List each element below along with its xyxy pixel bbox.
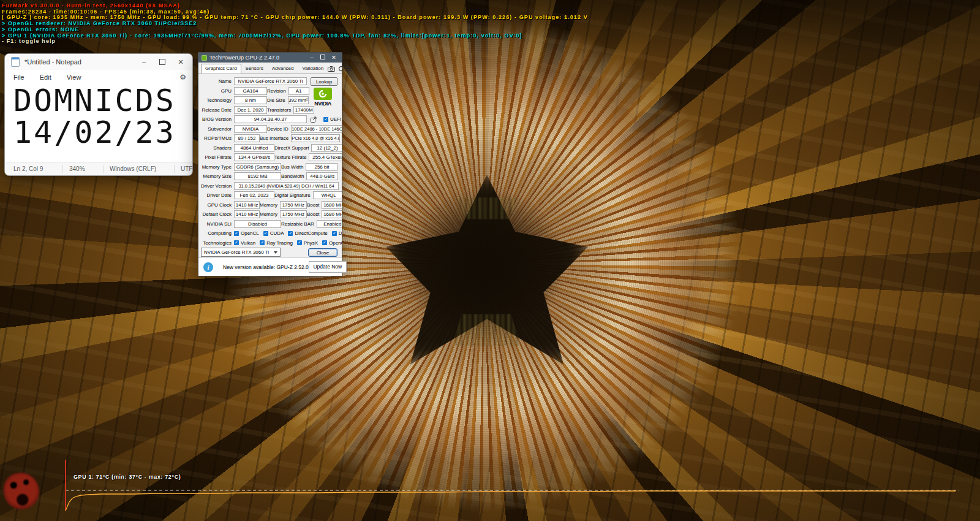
pixel-fillrate-field[interactable]: 134.4 GPixel/s	[234, 153, 274, 161]
gpuz-mid: Digital Signature	[274, 192, 313, 198]
notepad-menu-bar: File Edit View ⚙	[5, 70, 192, 85]
notepad-window-title: *Untitled - Notepad	[24, 58, 135, 66]
notepad-close-button[interactable]: ✕	[172, 55, 190, 69]
physx-checkbox[interactable]: ✓PhysX	[297, 240, 318, 246]
update-now-button[interactable]: Update Now	[309, 261, 347, 273]
gpuz-mid: Bus Width	[281, 164, 306, 170]
menu-edit[interactable]: Edit	[37, 72, 54, 82]
directml-checkbox[interactable]: ✓DirectML	[332, 230, 342, 236]
directcompute-checkbox[interactable]: ✓DirectCompute	[288, 230, 327, 236]
gpuz-update-bar: i New version available: GPU-Z 2.52.0 Up…	[198, 257, 342, 276]
device-id-field[interactable]: 10DE 2486 - 10DE 146C	[291, 125, 342, 133]
ray-tracing-checkbox[interactable]: ✓Ray Tracing	[260, 240, 293, 246]
subvendor-field[interactable]: NVIDIA	[234, 125, 267, 133]
menu-view[interactable]: View	[64, 72, 84, 82]
uefi-checkbox[interactable]: ✓UEFI	[323, 116, 341, 122]
chevron-down-icon	[274, 251, 277, 254]
gpu-selector[interactable]: NVIDIA GeForce RTX 3060 Ti	[201, 248, 281, 257]
gpu-temp-graph-label: GPU 1: 71°C (min: 37°C - max: 72°C)	[74, 474, 181, 480]
notepad-title-bar[interactable]: *Untitled - Notepad – ✕	[5, 54, 192, 70]
notepad-maximize-button[interactable]	[153, 55, 172, 69]
gpuz-label: Name	[201, 78, 234, 84]
default-memory-clock-field[interactable]: 1750 MHz	[280, 210, 307, 218]
opengl-checkbox[interactable]: ✓OpenGL 4.6	[322, 240, 342, 246]
refresh-icon[interactable]	[338, 66, 344, 72]
gpuz-label: Technology	[201, 97, 234, 103]
technology-field[interactable]: 8 nm	[234, 96, 267, 104]
gpuz-row: Memory Size8192 MBBandwidth448.0 GB/s	[201, 172, 337, 180]
default-boost-clock-field[interactable]: 1680 MHz	[322, 210, 342, 218]
gpuz-row: NameNVIDIA GeForce RTX 3060 TiLookup	[201, 77, 337, 85]
nvidia-eye-icon	[314, 88, 332, 100]
close-button[interactable]: Close	[308, 248, 337, 257]
status-zoom-level: 340%	[63, 165, 104, 173]
gpuz-app-icon	[202, 55, 207, 61]
resizable-bar-field[interactable]: Enabled	[317, 220, 342, 228]
bus-interface-field[interactable]: PCIe x16 4.0 @ x16 4.0	[291, 134, 340, 142]
shaders-field[interactable]: 4864 Unified	[234, 144, 274, 152]
eye-circuit-texture-bottom	[452, 314, 521, 346]
texture-fillrate-field[interactable]: 255.4 GTexel/s	[309, 153, 342, 161]
tab-validation[interactable]: Validation	[298, 64, 328, 74]
gpuz-row: Shaders4864 UnifiedDirectX Support12 (12…	[201, 144, 337, 152]
gpuz-title-bar[interactable]: TechPowerUp GPU-Z 2.47.0 – ✕	[198, 53, 342, 63]
status-line-ending: Windows (CRLF)	[104, 165, 175, 173]
name-field[interactable]: NVIDIA GeForce RTX 3060 Ti	[234, 77, 307, 85]
gpu-clock-field[interactable]: 1410 MHz	[234, 201, 260, 209]
die-size-field[interactable]: 392 mm²	[288, 96, 309, 104]
sli-field[interactable]: Disabled	[234, 220, 281, 228]
gpuz-label: Default Clock	[201, 211, 234, 217]
tab-advanced[interactable]: Advanced	[268, 64, 298, 74]
checkbox-checked-icon: ✓	[260, 240, 265, 245]
notepad-minimize-button[interactable]: –	[135, 55, 153, 69]
checkbox-checked-icon: ✓	[263, 231, 268, 236]
bios-version-field[interactable]: 94.04.38.40.37	[234, 115, 307, 123]
gpuz-maximize-button[interactable]	[317, 55, 328, 61]
driver-version-field[interactable]: 31.0.15.2849 (NVIDIA 528.49) DCH / Win11…	[234, 182, 339, 190]
cuda-checkbox[interactable]: ✓CUDA	[263, 230, 284, 236]
share-bios-icon[interactable]	[311, 116, 317, 123]
notepad-window: *Untitled - Notepad – ✕ File Edit View ⚙…	[4, 53, 193, 176]
gpuz-label: Memory Size	[201, 173, 234, 179]
vulkan-checkbox[interactable]: ✓Vulkan	[234, 240, 255, 246]
tab-graphics-card[interactable]: Graphics Card	[201, 64, 241, 74]
menu-file[interactable]: File	[11, 72, 27, 82]
driver-date-field[interactable]: Feb 02, 2023	[234, 191, 274, 199]
gpuz-close-button[interactable]: ✕	[328, 55, 339, 61]
gpuz-row: Memory TypeGDDR6 (Samsung)Bus Width256 b…	[201, 163, 337, 171]
transistors-field[interactable]: 17400M	[293, 106, 314, 114]
release-date-field[interactable]: Dec 1, 2020	[234, 106, 267, 114]
gpuz-label: GPU Clock	[201, 202, 234, 208]
gpuz-mid: Memory	[260, 211, 280, 217]
bus-width-field[interactable]: 256 bit	[306, 163, 337, 171]
memory-size-field[interactable]: 8192 MB	[234, 172, 281, 180]
boost-clock-field[interactable]: 1680 MHz	[322, 201, 342, 209]
memory-type-field[interactable]: GDDR6 (Samsung)	[234, 163, 281, 171]
gpuz-row: Release DateDec 1, 2020Transistors17400M	[201, 106, 337, 114]
gpuz-row: Default Clock1410 MHzMemory1750 MHzBoost…	[201, 210, 337, 218]
rops-tmus-field[interactable]: 80 / 152	[234, 134, 260, 142]
notepad-text-area[interactable]: DOMNICDS 14/02/23	[5, 85, 192, 162]
gpuz-label: Subvendor	[201, 126, 234, 132]
lookup-button[interactable]: Lookup	[311, 77, 337, 86]
notepad-text-line: DOMNICDS	[13, 85, 192, 116]
gpuz-minimize-button[interactable]: –	[306, 55, 317, 61]
gpuz-row: Computing✓OpenCL✓CUDA✓DirectCompute✓Dire…	[201, 229, 337, 237]
gpuz-tab-bar: Graphics Card Sensors Advanced Validatio…	[198, 63, 342, 74]
checkbox-checked-icon: ✓	[332, 231, 337, 236]
default-clock-field[interactable]: 1410 MHz	[234, 210, 260, 218]
revision-field[interactable]: A1	[288, 87, 309, 95]
digital-signature-field[interactable]: WHQL	[313, 191, 342, 199]
bandwidth-field[interactable]: 448.0 GB/s	[306, 172, 338, 180]
gpu-field[interactable]: GA104	[234, 87, 267, 95]
settings-gear-icon[interactable]: ⚙	[179, 73, 186, 82]
directx-field[interactable]: 12 (12_2)	[311, 144, 342, 152]
screenshot-camera-icon[interactable]	[328, 66, 335, 72]
gpuz-label: Memory Type	[201, 164, 234, 170]
menu-hamburger-icon[interactable]: ☰	[347, 66, 353, 71]
gpuz-row: NVIDIA GeForce RTX 3060 TiClose	[201, 248, 337, 256]
tab-sensors[interactable]: Sensors	[241, 64, 268, 74]
memory-clock-field[interactable]: 1750 MHz	[280, 201, 307, 209]
gpuz-label: Driver Date	[201, 192, 234, 198]
opencl-checkbox[interactable]: ✓OpenCL	[234, 230, 259, 236]
